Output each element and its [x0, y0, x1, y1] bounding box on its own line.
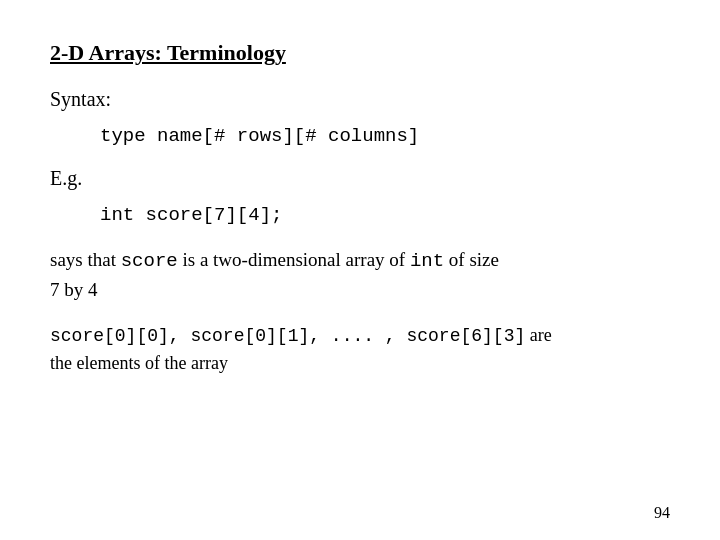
description-part2: is a two-dimensional array of	[178, 249, 410, 270]
slide-container: 2-D Arrays: Terminology Syntax: type nam…	[0, 0, 720, 540]
description-code2: int	[410, 250, 444, 272]
eg-code: int score[7][4];	[100, 204, 670, 226]
syntax-code: type name[# rows][# columns]	[100, 125, 670, 147]
page-number: 94	[654, 504, 670, 522]
eg-label: E.g.	[50, 167, 670, 190]
description-code1: score	[121, 250, 178, 272]
syntax-label: Syntax:	[50, 88, 670, 111]
description-text: says that score is a two-dimensional arr…	[50, 246, 670, 304]
slide-title: 2-D Arrays: Terminology	[50, 40, 670, 66]
description-part1: says that	[50, 249, 121, 270]
elements-code1: score[0][0], score[0][1], .... , score[6…	[50, 326, 525, 346]
elements-text: score[0][0], score[0][1], .... , score[6…	[50, 322, 670, 377]
